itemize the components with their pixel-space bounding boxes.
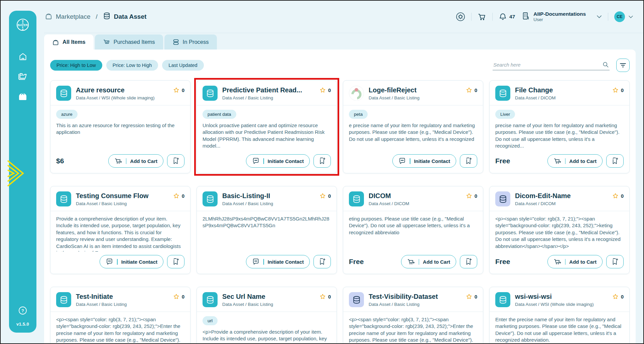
card-subtitle: Data Asset / DICOM <box>515 95 608 100</box>
marketplace-card[interactable]: DICOM Data Asset / DICOM 0 eting purpose… <box>343 186 483 274</box>
card-rating[interactable]: 0 <box>466 193 477 199</box>
chevron-down-icon <box>597 14 602 20</box>
marketplace-card[interactable]: wsi-wsi-wsi Data Asset / WSI (Whole slid… <box>489 287 630 343</box>
initiate-contact-button[interactable]: Initiate Contact <box>246 255 310 268</box>
card-description: Unlock proactive patient care and optimi… <box>203 122 331 150</box>
cards-grid: Azure resource Data Asset / WSI (Whole s… <box>50 80 630 343</box>
card-type-icon <box>495 292 510 307</box>
marketplace-card[interactable]: Testing Consume Flow Data Asset / Basic … <box>50 186 190 274</box>
card-tag: url <box>203 316 218 325</box>
breadcrumb-root[interactable]: Marketplace <box>56 13 91 20</box>
marketplace-card[interactable]: Azure resource Data Asset / WSI (Whole s… <box>50 80 190 173</box>
svg-text:R: R <box>22 28 24 31</box>
bookmark-plus-icon <box>172 258 179 266</box>
initiate-contact-button[interactable]: Initiate Contact <box>392 154 456 168</box>
marketplace-card[interactable]: File Change Data Asset / DICOM 0 Liver p… <box>489 80 630 173</box>
chevron-decoration <box>7 157 31 191</box>
marketplace-card[interactable]: Loge-fileReject Data Asset / Basic Listi… <box>343 80 483 173</box>
bookmark-button[interactable] <box>606 154 624 168</box>
chip-last-updated[interactable]: Last Updated <box>162 60 204 71</box>
tab-all-items[interactable]: All Items <box>44 34 94 50</box>
bookmark-button[interactable] <box>606 255 624 268</box>
card-rating[interactable]: 0 <box>319 193 331 199</box>
tabs: All Items Purchased Items In Process <box>44 34 217 50</box>
card-description: Provide a comprehensive description of y… <box>56 216 184 252</box>
chip-price-low-to-high[interactable]: Price: Low to High <box>106 60 158 71</box>
card-title: DICOM <box>369 192 461 200</box>
add-to-cart-button[interactable]: Add to Cart <box>547 255 603 268</box>
card-rating[interactable]: 0 <box>466 293 477 300</box>
marketplace-card[interactable]: Test-Initiate Data Asset / Basic Listing… <box>50 287 190 343</box>
card-rating[interactable]: 0 <box>612 87 624 93</box>
rating-count: 0 <box>475 294 477 299</box>
add-to-cart-button[interactable]: Add to Cart <box>401 255 456 268</box>
button-divider <box>410 158 410 164</box>
sidebar: BAYER B A E R <box>9 11 36 333</box>
card-action-label: Add to Cart <box>569 259 597 265</box>
app-screen: BAYER B A E R <box>0 0 644 344</box>
card-title: wsi-wsi-wsi <box>515 293 608 300</box>
help-icon[interactable]: ? <box>18 306 27 316</box>
marketplace-card[interactable]: Basic-Listing-II Data Asset / Basic List… <box>197 186 337 274</box>
bookmark-button[interactable] <box>313 255 331 268</box>
filter-button[interactable] <box>616 59 630 72</box>
card-rating[interactable]: 0 <box>173 193 184 199</box>
avatar: CE <box>614 11 625 22</box>
add-to-cart-button[interactable]: Add to Cart <box>108 154 163 168</box>
card-description: <p><span style="color: rgb(3, 7, 21);"><… <box>349 316 477 343</box>
card-type-icon <box>495 191 510 206</box>
avatar-menu[interactable]: CE <box>614 11 633 22</box>
card-type-icon <box>203 292 218 307</box>
rating-count: 0 <box>182 87 184 93</box>
filter-icon <box>620 63 626 68</box>
card-rating[interactable]: 0 <box>612 193 624 199</box>
chat-bubble-icon <box>252 258 260 265</box>
cart-icon[interactable] <box>478 12 486 21</box>
rating-count: 0 <box>182 193 184 199</box>
star-icon <box>173 87 179 93</box>
add-to-cart-button[interactable]: Add to Cart <box>547 154 603 168</box>
marketplace-card[interactable]: Dicom-Edit-Name Data Asset / DICOM 0 <p>… <box>489 186 630 274</box>
card-title: Dicom-Edit-Name <box>515 192 608 200</box>
marketplace-card[interactable]: Predictive Patient Read... Data Asset / … <box>197 80 337 173</box>
card-rating[interactable]: 0 <box>612 293 624 300</box>
card-type-icon <box>56 292 71 307</box>
search-input[interactable] <box>493 61 610 70</box>
marketplace-bag-icon <box>45 12 52 21</box>
bookmark-button[interactable] <box>460 154 477 168</box>
marketplace-bag-icon[interactable] <box>18 91 28 100</box>
divider <box>608 13 608 21</box>
marketplace-card[interactable]: Sec Url Name Data Asset / Basic Listing … <box>197 287 337 343</box>
chip-price-high-to-low[interactable]: Price: High to Low <box>50 60 102 71</box>
settings-gear-icon[interactable] <box>456 12 465 21</box>
user-menu[interactable]: AIIP-Documentations User <box>521 11 602 22</box>
bookmark-button[interactable] <box>167 154 184 168</box>
button-divider <box>126 158 127 164</box>
bookmark-button[interactable] <box>313 154 331 168</box>
breadcrumb-current: Data Asset <box>114 13 147 20</box>
card-rating[interactable]: 0 <box>173 87 184 93</box>
bookmark-button[interactable] <box>460 255 477 268</box>
home-icon[interactable] <box>18 52 27 61</box>
initiate-contact-button[interactable]: Initiate Contact <box>246 154 310 168</box>
card-rating[interactable]: 0 <box>466 87 477 93</box>
card-action-label: Add to Cart <box>569 158 597 164</box>
card-description: eting purposes. Please use title case (e… <box>349 216 477 236</box>
bookmark-button[interactable] <box>167 255 184 268</box>
chat-bubble-icon <box>252 157 260 165</box>
card-rating[interactable]: 0 <box>319 293 331 300</box>
card-rating[interactable]: 0 <box>173 293 184 300</box>
card-subtitle: Data Asset / DICOM <box>369 201 461 206</box>
search-icon <box>602 61 609 68</box>
notifications-bell-icon[interactable]: 47 <box>499 12 515 21</box>
bookmark-plus-icon <box>465 157 472 165</box>
tab-in-process[interactable]: In Process <box>164 34 217 50</box>
card-rating[interactable]: 0 <box>319 87 331 93</box>
rating-count: 0 <box>475 193 477 199</box>
star-icon <box>319 193 326 199</box>
initiate-contact-button[interactable]: Initiate Contact <box>100 255 163 268</box>
folders-icon[interactable] <box>18 72 27 81</box>
card-type-icon <box>349 292 364 307</box>
tab-purchased-items[interactable]: Purchased Items <box>95 34 163 50</box>
marketplace-card[interactable]: Test-Visibility-Dataset Data Asset / Bas… <box>343 287 483 343</box>
